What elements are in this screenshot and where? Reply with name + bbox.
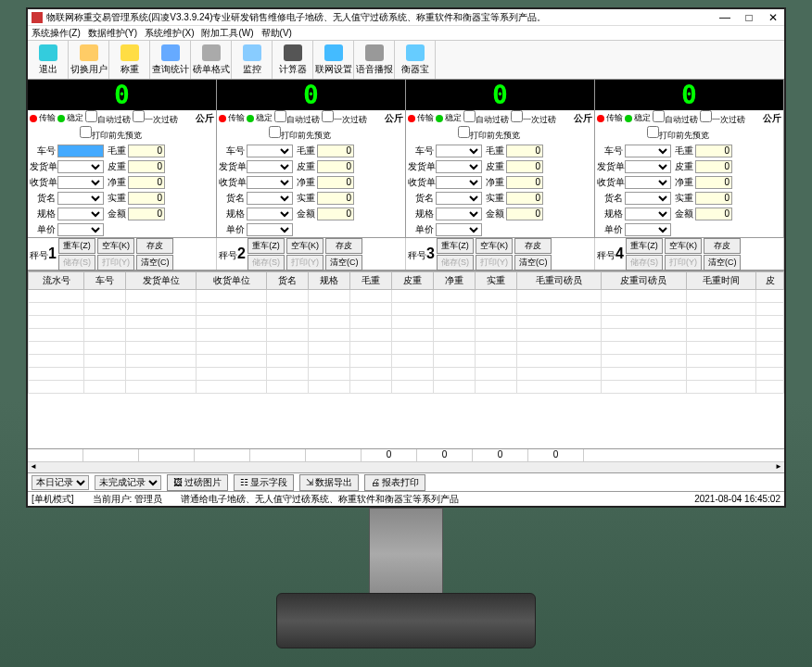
- spec-select[interactable]: [247, 208, 293, 220]
- grid-cell[interactable]: [350, 329, 392, 342]
- grid-cell[interactable]: [475, 316, 516, 329]
- menu-help[interactable]: 帮助(V): [261, 27, 292, 40]
- heavy-btn[interactable]: 重车(Z): [437, 238, 474, 254]
- sender-select[interactable]: [57, 160, 104, 173]
- menu-data[interactable]: 数据维护(Y): [88, 27, 137, 40]
- tool-user[interactable]: 切换用户: [69, 41, 109, 79]
- once-check[interactable]: [322, 110, 334, 122]
- price-select[interactable]: [57, 223, 104, 236]
- col-header[interactable]: 皮重: [391, 272, 433, 290]
- grid-cell[interactable]: [756, 329, 784, 342]
- btn-columns[interactable]: ☷ 显示字段: [234, 474, 294, 491]
- clear-btn[interactable]: 清空(C): [136, 255, 174, 271]
- grid-cell[interactable]: [433, 368, 475, 381]
- empty-btn[interactable]: 空车(K): [286, 238, 324, 254]
- save-btn[interactable]: 储存(S): [58, 255, 95, 271]
- grid-cell[interactable]: [126, 342, 197, 355]
- grid-cell[interactable]: [267, 316, 309, 329]
- grid-cell[interactable]: [350, 355, 392, 368]
- clear-btn[interactable]: 清空(C): [325, 255, 363, 271]
- grid-cell[interactable]: [433, 290, 475, 303]
- print-btn[interactable]: 打印(Y): [97, 255, 134, 271]
- grid-cell[interactable]: [29, 290, 84, 303]
- tool-voice[interactable]: 语音播报: [354, 41, 395, 79]
- grid-cell[interactable]: [602, 368, 686, 381]
- grid-cell[interactable]: [126, 355, 197, 368]
- grid-cell[interactable]: [84, 355, 126, 368]
- btn-print-report[interactable]: 🖨 报表打印: [364, 474, 425, 491]
- scope-select[interactable]: 本日记录: [32, 475, 89, 490]
- grid-cell[interactable]: [686, 355, 756, 368]
- car-select[interactable]: [436, 145, 482, 157]
- save-btn[interactable]: 储存(S): [247, 255, 285, 271]
- car-select[interactable]: [625, 145, 671, 157]
- col-header[interactable]: 净重: [433, 272, 475, 290]
- col-header[interactable]: 毛重: [350, 272, 392, 290]
- grid-cell[interactable]: [197, 303, 267, 316]
- grid-cell[interactable]: [391, 368, 433, 381]
- grid-cell[interactable]: [267, 368, 309, 381]
- grid-cell[interactable]: [350, 381, 392, 394]
- grid-cell[interactable]: [84, 316, 126, 329]
- grid-cell[interactable]: [29, 316, 84, 329]
- grid-cell[interactable]: [433, 316, 475, 329]
- grid-cell[interactable]: [267, 329, 309, 342]
- grid-cell[interactable]: [267, 303, 309, 316]
- grid-cell[interactable]: [84, 368, 126, 381]
- col-header[interactable]: 毛重时间: [686, 272, 756, 290]
- goods-select[interactable]: [57, 192, 104, 205]
- once-check[interactable]: [700, 110, 712, 122]
- clear-btn[interactable]: 清空(C): [704, 255, 742, 271]
- grid-cell[interactable]: [126, 316, 197, 329]
- grid-cell[interactable]: [197, 368, 267, 381]
- grid-cell[interactable]: [602, 342, 686, 355]
- col-header[interactable]: 发货单位: [126, 272, 197, 290]
- tool-net[interactable]: 联网设置: [313, 41, 354, 79]
- car-select[interactable]: [247, 145, 293, 157]
- grid-cell[interactable]: [686, 290, 756, 303]
- savetare-btn[interactable]: 存皮: [514, 238, 552, 254]
- price-select[interactable]: [625, 223, 671, 236]
- grid-cell[interactable]: [391, 329, 433, 342]
- grid-cell[interactable]: [267, 342, 309, 355]
- grid-cell[interactable]: [197, 316, 267, 329]
- grid-cell[interactable]: [267, 355, 309, 368]
- auto-check[interactable]: [463, 110, 476, 122]
- col-header[interactable]: 毛重司磅员: [516, 272, 601, 290]
- grid-cell[interactable]: [516, 381, 601, 394]
- menu-maintain[interactable]: 系统维护(X): [145, 27, 194, 40]
- minimize-button[interactable]: —: [717, 11, 732, 24]
- grid-cell[interactable]: [756, 355, 784, 368]
- sender-select[interactable]: [247, 160, 293, 173]
- grid-cell[interactable]: [350, 368, 392, 381]
- grid-cell[interactable]: [309, 381, 350, 394]
- spec-select[interactable]: [625, 208, 671, 220]
- grid-cell[interactable]: [29, 368, 84, 381]
- grid-cell[interactable]: [84, 303, 126, 316]
- sender-select[interactable]: [436, 160, 482, 173]
- grid-cell[interactable]: [516, 303, 601, 316]
- grid-cell[interactable]: [475, 381, 516, 394]
- grid-cell[interactable]: [126, 368, 197, 381]
- empty-btn[interactable]: 空车(K): [476, 238, 513, 254]
- grid-cell[interactable]: [29, 381, 84, 394]
- save-btn[interactable]: 储存(S): [626, 255, 663, 271]
- grid-cell[interactable]: [686, 342, 756, 355]
- grid-cell[interactable]: [686, 329, 756, 342]
- grid-cell[interactable]: [516, 316, 601, 329]
- goods-select[interactable]: [247, 192, 293, 205]
- maximize-button[interactable]: □: [742, 11, 756, 24]
- grid-cell[interactable]: [602, 303, 686, 316]
- grid-cell[interactable]: [197, 355, 267, 368]
- grid-cell[interactable]: [84, 290, 126, 303]
- spec-select[interactable]: [436, 208, 482, 220]
- menu-tools[interactable]: 附加工具(W): [201, 27, 253, 40]
- col-header[interactable]: 车号: [84, 272, 126, 290]
- grid-cell[interactable]: [602, 381, 686, 394]
- spec-select[interactable]: [57, 208, 104, 220]
- close-button[interactable]: ✕: [766, 11, 780, 24]
- grid-cell[interactable]: [433, 342, 475, 355]
- grid-cell[interactable]: [686, 368, 756, 381]
- once-check[interactable]: [133, 110, 145, 122]
- once-check[interactable]: [511, 110, 523, 122]
